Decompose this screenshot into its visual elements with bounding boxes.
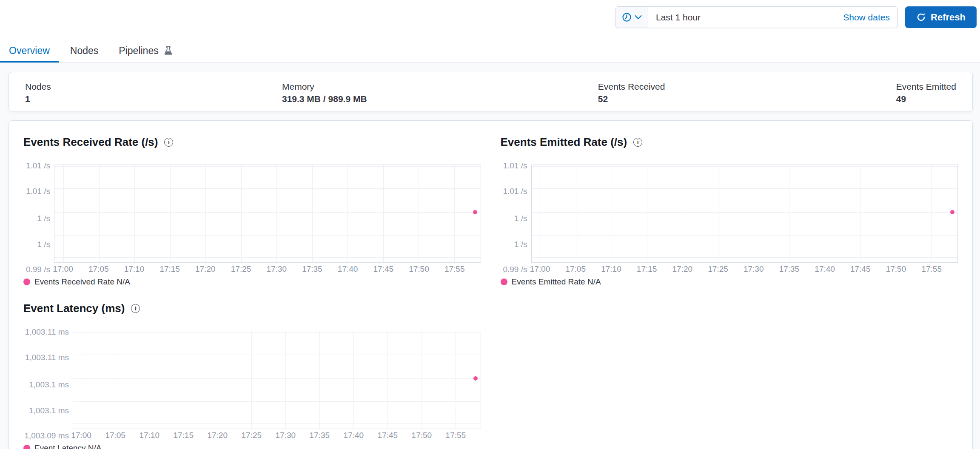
chart-events-emitted-rate: Events Emitted Rate (/s) 1.01 /s1.01 /s1… [501, 135, 958, 287]
x-axis-tick: 17:15 [160, 264, 180, 274]
x-axis-tick: 17:10 [124, 264, 145, 274]
gridline-vertical [99, 165, 100, 262]
time-range-value[interactable]: Last 1 hour [648, 12, 843, 23]
gridline-vertical [860, 165, 860, 262]
y-axis-tick: 1.01 /s [503, 187, 527, 196]
x-axis-tick: 17:55 [444, 264, 465, 274]
x-axis-tick: 17:35 [302, 264, 322, 274]
gridline-horizontal [54, 235, 481, 236]
stat-nodes: Nodes 1 [25, 82, 51, 102]
charts-grid: Events Received Rate (/s) 1.01 /s1.01 /s… [23, 135, 958, 449]
y-axis-tick: 0.99 /s [26, 265, 50, 274]
y-axis-tick: 1.01 /s [26, 187, 50, 196]
gridline-horizontal [532, 235, 958, 236]
show-dates-button[interactable]: Show dates [843, 12, 897, 23]
chart-title-row: Events Received Rate (/s) [23, 135, 481, 149]
x-axis-tick: 17:45 [850, 264, 871, 274]
legend-dot-icon [501, 278, 507, 285]
gridline-vertical [718, 165, 718, 262]
plot-area[interactable] [54, 165, 481, 263]
x-axis: 17:0017:0517:1017:1517:2017:2517:3017:35… [54, 264, 481, 276]
x-axis-tick: 17:55 [446, 431, 466, 440]
gridline-horizontal [54, 212, 481, 213]
x-axis-tick: 17:05 [565, 264, 586, 274]
y-axis: 1.01 /s1.01 /s1 /s1 /s0.99 /s [501, 165, 531, 276]
x-axis-tick: 17:00 [530, 264, 550, 274]
stat-nodes-value: 1 [25, 94, 51, 104]
x-axis-tick: 17:55 [921, 264, 942, 274]
info-icon[interactable] [633, 138, 642, 147]
stat-events-received-value: 52 [598, 94, 665, 104]
y-axis: 1.01 /s1.01 /s1 /s1 /s0.99 /s [23, 165, 54, 276]
refresh-icon [916, 12, 926, 22]
gridline-vertical [241, 165, 242, 262]
gridline-vertical [134, 165, 135, 262]
gridline-vertical [456, 331, 456, 429]
quick-select-button[interactable] [615, 7, 648, 28]
gridline-vertical [931, 165, 932, 262]
gridline-vertical [825, 165, 825, 262]
data-point[interactable] [473, 210, 477, 214]
tab-overview-label: Overview [9, 45, 50, 57]
gridline-vertical [348, 165, 348, 262]
x-axis-tick: 17:30 [744, 264, 764, 274]
x-axis-tick: 17:15 [637, 264, 657, 274]
x-axis-tick: 17:30 [266, 264, 287, 274]
x-axis-tick: 17:30 [276, 431, 296, 440]
y-axis-tick: 1.01 /s [26, 161, 50, 171]
gridline-horizontal [73, 378, 481, 379]
legend-dot-icon [23, 445, 30, 449]
info-icon[interactable] [131, 304, 140, 313]
tab-overview[interactable]: Overview [0, 41, 59, 63]
gridline-vertical [541, 165, 541, 262]
tab-pipelines[interactable]: Pipelines [110, 41, 182, 63]
legend-label: Events Received Rate N/A [34, 277, 130, 287]
x-axis-tick: 17:25 [708, 264, 728, 274]
gridline-vertical [422, 331, 422, 429]
gridline-vertical [754, 165, 754, 262]
gridline-horizontal [73, 355, 481, 355]
beaker-icon [163, 46, 173, 56]
plot-area[interactable] [73, 331, 481, 429]
gridline-horizontal [73, 332, 481, 333]
time-range-picker[interactable]: Last 1 hour Show dates [615, 6, 898, 28]
gridline-vertical [789, 165, 789, 262]
tab-nodes-label: Nodes [70, 45, 98, 57]
x-axis-tick: 17:35 [310, 431, 330, 440]
x-axis-tick: 17:15 [173, 431, 194, 440]
chart-legend-item[interactable]: Events Received Rate N/A [23, 277, 481, 287]
y-axis-tick: 1,003.09 ms [24, 431, 69, 440]
refresh-button[interactable]: Refresh [905, 6, 977, 28]
chart-canvas: 1,003.11 ms1,003.11 ms1,003.1 ms1,003.1 … [23, 331, 481, 442]
x-axis-tick: 17:25 [241, 431, 262, 440]
info-icon[interactable] [164, 138, 173, 147]
gridline-vertical [683, 165, 683, 262]
y-axis-tick: 1,003.1 ms [29, 380, 69, 389]
x-axis: 17:0017:0517:1017:1517:2017:2517:3017:35… [73, 431, 481, 442]
chart-title-row: Event Latency (ms) [23, 301, 481, 315]
y-axis-tick: 1,003.1 ms [29, 406, 69, 415]
plot-area[interactable] [531, 165, 958, 263]
x-axis-tick: 17:05 [88, 264, 109, 274]
chart-title-row: Events Emitted Rate (/s) [501, 135, 958, 149]
logstash-overview-page: Last 1 hour Show dates Refresh Overview … [0, 0, 980, 449]
summary-stats-panel: Nodes 1 Memory 319.3 MB / 989.9 MB Event… [9, 72, 973, 111]
x-axis-tick: 17:40 [338, 264, 358, 274]
gridline-horizontal [54, 257, 481, 258]
x-axis-tick: 17:40 [815, 264, 835, 274]
gridline-vertical [150, 331, 150, 429]
chevron-down-icon [635, 15, 642, 20]
chart-legend-item[interactable]: Events Emitted Rate N/A [501, 277, 958, 287]
x-axis-tick: 17:05 [105, 431, 125, 440]
data-point[interactable] [473, 376, 478, 381]
data-point[interactable] [950, 210, 954, 214]
gridline-vertical [184, 331, 184, 429]
chart-legend-item[interactable]: Event Latency N/A [23, 443, 481, 449]
refresh-button-label: Refresh [931, 12, 966, 23]
tab-nodes[interactable]: Nodes [61, 41, 107, 63]
y-axis-tick: 1,003.11 ms [25, 353, 69, 362]
stat-nodes-label: Nodes [25, 82, 51, 92]
gridline-vertical [896, 165, 896, 262]
gridline-horizontal [54, 188, 481, 189]
x-axis-tick: 17:10 [139, 431, 160, 440]
